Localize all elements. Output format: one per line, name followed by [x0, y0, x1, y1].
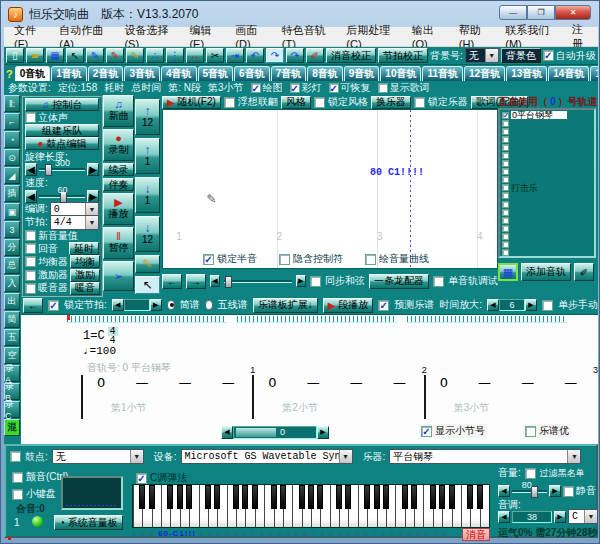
echo-checkbox[interactable] — [25, 243, 36, 254]
tab-track-2[interactable]: 2音轨 — [88, 66, 124, 81]
piano-black-key[interactable] — [271, 485, 277, 509]
nav-back-button[interactable]: ← — [162, 274, 182, 289]
track-list-item[interactable] — [502, 160, 592, 168]
jianpu-button[interactable]: 简 — [4, 311, 20, 328]
track-item-checkbox[interactable] — [502, 225, 509, 232]
select-mode-button[interactable]: ↖ — [135, 276, 160, 294]
segment-play-button[interactable]: ▶ 段播放 — [323, 298, 373, 313]
piano-black-key[interactable] — [242, 485, 248, 509]
step-manual-checkbox[interactable] — [542, 300, 553, 311]
lock-semitone-checkbox[interactable] — [203, 254, 214, 265]
track-list-item[interactable] — [502, 208, 592, 216]
piano-black-key[interactable] — [439, 485, 445, 509]
style-button[interactable]: 风格 — [281, 96, 311, 109]
beat-scroll-left-arrow[interactable]: ◀ — [112, 299, 124, 311]
nav-forward-button[interactable]: → — [186, 274, 206, 289]
tab-track-6[interactable]: 6音轨 — [234, 66, 270, 81]
score-expand-button[interactable]: 乐谱板扩展↓ — [253, 298, 318, 313]
speed-left-arrow[interactable]: ◀ — [25, 190, 37, 203]
cursor-tool-button[interactable]: ↖ — [66, 48, 84, 63]
close-button[interactable]: ✕ — [555, 5, 591, 20]
chevron-down-icon[interactable]: ▼ — [85, 203, 98, 216]
show-measure-number-checkbox[interactable] — [421, 426, 432, 437]
new-volume-checkbox[interactable] — [25, 230, 36, 241]
speed-right-arrow[interactable]: ▶ — [87, 190, 99, 203]
save-button[interactable]: ▦ — [46, 48, 64, 63]
staff-button[interactable]: 五 — [4, 329, 20, 346]
pause-button[interactable]: ‖暂停 — [103, 227, 134, 259]
triplet-button[interactable]: 3 — [4, 221, 20, 238]
track-item-checkbox[interactable] — [502, 112, 509, 119]
pitch-down-12-button[interactable]: ↓12 — [135, 216, 160, 252]
track-list-item[interactable] — [502, 241, 592, 249]
lock-instrument-checkbox[interactable] — [414, 97, 425, 108]
scissors-button[interactable]: ✂ — [206, 48, 224, 63]
chevron-down-icon[interactable]: ▼ — [130, 450, 143, 463]
import-button[interactable]: 入 — [4, 275, 20, 292]
split-part-button[interactable]: 分 — [4, 239, 20, 256]
magnifier-icon[interactable]: ⊙ — [4, 149, 20, 166]
piano-black-key[interactable] — [252, 485, 258, 509]
new-song-button[interactable]: ♫新曲 — [103, 95, 134, 127]
mini-keyboard-checkbox[interactable] — [12, 489, 23, 500]
excite-button[interactable]: 激励 — [70, 269, 100, 282]
track-item-checkbox[interactable] — [502, 168, 509, 175]
equalizer-checkbox[interactable] — [25, 256, 36, 267]
track-list-item[interactable] — [502, 249, 592, 257]
track-list-item[interactable]: 打击乐 — [502, 184, 592, 192]
measure-1[interactable]: 0 — — — 1 第1小节 — [81, 375, 252, 419]
track-item-checkbox[interactable] — [502, 241, 509, 248]
chevron-down-icon[interactable]: ▼ — [584, 510, 597, 523]
show-lyrics-checkbox[interactable] — [378, 83, 388, 93]
warm-button[interactable]: 暖音 — [70, 282, 100, 295]
add-track-button[interactable]: 添加音轨 — [521, 263, 571, 281]
stereo-checkbox[interactable] — [25, 112, 36, 123]
track-item-checkbox[interactable] — [502, 144, 509, 151]
clock-icon[interactable]: ◔ — [4, 131, 20, 148]
piano-black-key[interactable] — [149, 485, 155, 509]
tab-track-10[interactable]: 10音轨 — [380, 66, 421, 81]
track-item-checkbox[interactable] — [502, 176, 509, 183]
filter-blacklist-checkbox[interactable] — [525, 468, 536, 479]
piano-black-key[interactable] — [280, 485, 286, 509]
tab-track-4[interactable]: 4音轨 — [161, 66, 197, 81]
total-button[interactable]: 总 — [4, 257, 20, 274]
stretch-tool-button[interactable]: ↔ — [186, 48, 204, 63]
pen-red-tool-button[interactable]: ✎ — [106, 48, 124, 63]
piano-black-key[interactable] — [374, 485, 380, 509]
piano-black-key[interactable] — [449, 485, 455, 509]
score-optimize-checkbox[interactable] — [525, 426, 536, 437]
piano-black-key[interactable] — [411, 485, 417, 509]
piano-black-key[interactable] — [308, 485, 314, 509]
instrument-dropdown[interactable]: 平台钢琴▼ — [389, 449, 581, 464]
track-list-item[interactable] — [502, 135, 592, 143]
redo-button[interactable]: ↷ — [266, 48, 284, 63]
resume-record-button[interactable]: 续录 — [103, 163, 134, 176]
beat-correct-button[interactable]: 节拍校正 — [378, 48, 428, 63]
track-item-checkbox[interactable] — [502, 128, 509, 135]
help-icon[interactable]: ? — [6, 67, 13, 81]
score-area[interactable]: 1=C44 ♩=100 音轨号: 0 平台钢琴 0 — — — 1 第1小节 0… — [21, 314, 598, 444]
tab-track-11[interactable]: 11音轨 — [422, 66, 463, 81]
piano-black-key[interactable] — [205, 485, 211, 509]
piano-black-key[interactable] — [402, 485, 408, 509]
tab-track-8[interactable]: 8音轨 — [307, 66, 343, 81]
tab-track-14[interactable]: 14音轨 — [548, 66, 589, 81]
recoverable-checkbox[interactable] — [329, 83, 339, 93]
track-list-item[interactable] — [502, 200, 592, 208]
copy-icon[interactable]: ▣ — [4, 203, 20, 220]
pen-blue-tool-button[interactable]: ✎ — [86, 48, 104, 63]
dots-tool-button[interactable]: ∴ — [146, 48, 164, 63]
hscroll-left-arrow[interactable]: ◀ — [210, 275, 220, 287]
piano-black-key[interactable] — [167, 485, 173, 509]
device-dropdown[interactable]: Microsoft GS Wavetable Synth▼ — [181, 449, 353, 464]
piano-black-key[interactable] — [299, 485, 305, 509]
repeat-icon[interactable]: ‖: — [4, 95, 20, 112]
minimize-button[interactable]: — — [499, 5, 527, 20]
pitch-left-arrow[interactable]: ◀ — [498, 511, 510, 523]
jianpu-radio[interactable] — [167, 300, 175, 310]
piano-black-key[interactable] — [336, 485, 342, 509]
track-item-checkbox[interactable] — [502, 192, 509, 199]
tab-track-5[interactable]: 5音轨 — [198, 66, 234, 81]
score-scroll-left-arrow[interactable]: ◀ — [221, 426, 233, 439]
